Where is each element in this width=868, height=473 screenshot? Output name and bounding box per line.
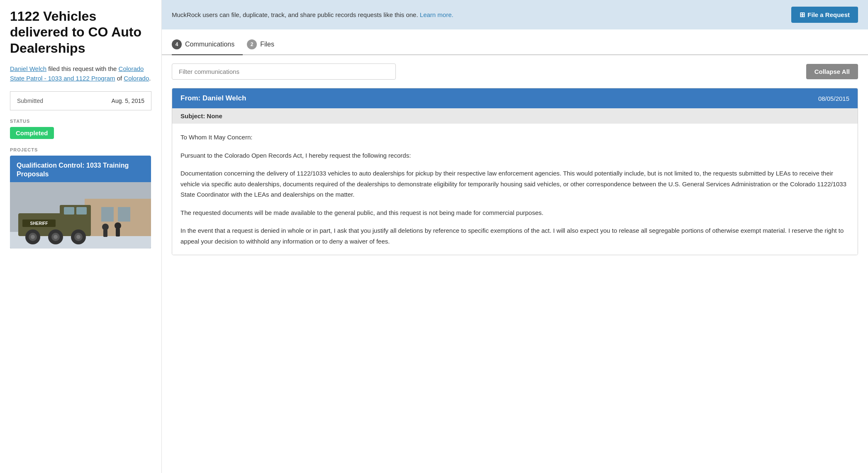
tab-files[interactable]: 2 Files <box>247 34 283 55</box>
tab-communications-count: 4 <box>172 39 182 49</box>
comm-para-1: To Whom It May Concern: <box>180 132 849 143</box>
svg-point-22 <box>115 222 121 229</box>
status-label: STATUS <box>10 119 151 124</box>
project-card-title: Qualification Control: 1033 Training Pro… <box>10 156 151 182</box>
comm-para-5: In the event that a request is denied in… <box>180 225 849 246</box>
svg-rect-7 <box>64 207 74 215</box>
main-content: MuckRock users can file, duplicate, trac… <box>162 0 868 473</box>
file-request-label: File a Request <box>807 11 850 18</box>
svg-rect-21 <box>103 229 107 237</box>
learn-more-link[interactable]: Learn more. <box>420 11 454 18</box>
filter-input[interactable] <box>172 63 396 80</box>
svg-point-11 <box>31 235 35 239</box>
comm-from: From: Daniel Welch <box>180 94 246 102</box>
comm-body: To Whom It May Concern: Pursuant to the … <box>172 124 858 255</box>
svg-point-20 <box>102 224 109 230</box>
comm-para-3: Documentation concerning the delivery of… <box>180 168 849 200</box>
tabs-row: 4 Communications 2 Files <box>162 34 868 55</box>
filed-by-text: filed this request with the <box>48 65 118 72</box>
agency-suffix: of <box>117 75 124 82</box>
file-request-icon: ⊞ <box>800 11 805 19</box>
filter-row: Collapse All <box>162 55 868 88</box>
banner-message: MuckRock users can file, duplicate, trac… <box>172 11 418 18</box>
tab-communications[interactable]: 4 Communications <box>172 34 243 55</box>
projects-label: PROJECTS <box>10 147 151 152</box>
svg-rect-3 <box>101 207 114 222</box>
file-request-button[interactable]: ⊞ File a Request <box>791 7 858 23</box>
comm-para-4: The requested documents will be made ava… <box>180 207 849 218</box>
svg-rect-23 <box>116 228 120 236</box>
page-title: 1122 Vehicles delivered to CO Auto Deale… <box>10 8 151 56</box>
svg-point-14 <box>54 235 58 239</box>
state-link[interactable]: Colorado <box>124 75 149 82</box>
svg-rect-8 <box>76 207 87 215</box>
submitted-date: Aug. 5, 2015 <box>112 98 144 104</box>
comm-header: From: Daniel Welch 08/05/2015 <box>172 88 858 108</box>
svg-text:SHERIFF: SHERIFF <box>30 221 48 226</box>
comm-subject: Subject: None <box>172 108 858 124</box>
tab-communications-label: Communications <box>185 41 234 48</box>
status-section: STATUS Completed <box>10 119 151 139</box>
filed-by-link[interactable]: Daniel Welch <box>10 65 46 72</box>
tab-files-label: Files <box>260 41 274 48</box>
filed-by-section: Daniel Welch filed this request with the… <box>10 64 151 83</box>
communications-area: From: Daniel Welch 08/05/2015 Subject: N… <box>162 88 868 255</box>
project-card[interactable]: Qualification Control: 1033 Training Pro… <box>10 156 151 249</box>
submitted-box: Submitted Aug. 5, 2015 <box>10 91 151 110</box>
projects-section: PROJECTS Qualification Control: 1033 Tra… <box>10 147 151 249</box>
tab-files-count: 2 <box>247 39 257 49</box>
banner-text: MuckRock users can file, duplicate, trac… <box>172 10 454 19</box>
svg-point-17 <box>76 235 80 239</box>
status-badge: Completed <box>10 127 54 139</box>
comm-date: 08/05/2015 <box>818 95 849 102</box>
submitted-label: Submitted <box>17 98 43 104</box>
comm-para-2: Pursuant to the Colorado Open Records Ac… <box>180 150 849 161</box>
sidebar: 1122 Vehicles delivered to CO Auto Deale… <box>0 0 162 473</box>
svg-rect-4 <box>118 207 130 222</box>
collapse-all-button[interactable]: Collapse All <box>806 64 858 79</box>
project-card-image: SHERIFF <box>10 182 151 249</box>
banner: MuckRock users can file, duplicate, trac… <box>162 0 868 29</box>
communication-card: From: Daniel Welch 08/05/2015 Subject: N… <box>172 88 858 255</box>
